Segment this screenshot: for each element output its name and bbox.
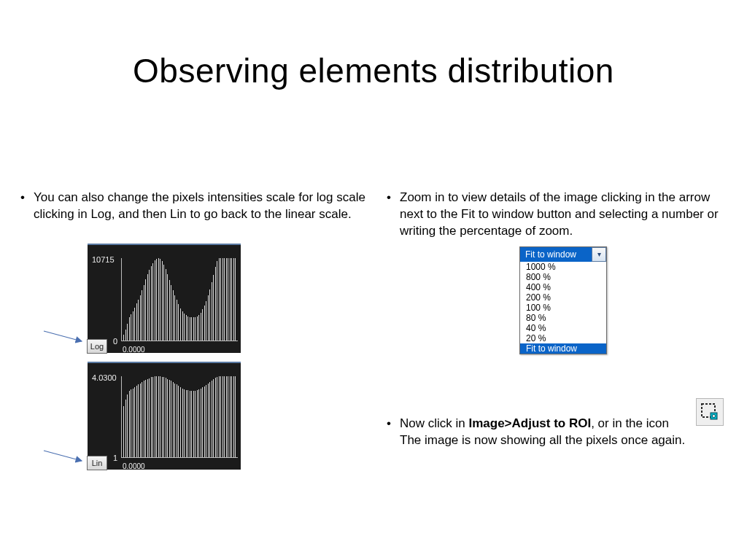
- zoom-option[interactable]: 800 %: [520, 272, 606, 282]
- bottom-bullet-prefix: Now click in: [400, 416, 468, 430]
- histogram-bar: [131, 314, 131, 341]
- histogram-bar: [171, 381, 171, 457]
- hist1-xmin: 0.0000: [123, 346, 145, 354]
- histogram-bar: [123, 406, 124, 457]
- histogram-bar: [177, 300, 177, 341]
- histogram-bar: [144, 381, 144, 457]
- histogram-bar: [129, 317, 130, 341]
- histogram-bar: [178, 304, 179, 341]
- histogram-bar: [140, 384, 141, 457]
- histogram-bar: [123, 335, 124, 341]
- histogram-bar: [217, 377, 217, 457]
- histogram-bar: [215, 378, 216, 457]
- histogram-bar: [220, 258, 221, 341]
- hist1-plot: [121, 258, 238, 341]
- histogram-bar: [206, 385, 206, 457]
- histogram-bar: [182, 311, 183, 341]
- zoom-option[interactable]: 20 %: [520, 333, 606, 343]
- histogram-bar: [177, 384, 177, 457]
- histogram-bar: [213, 379, 214, 457]
- zoom-selected[interactable]: Fit to window: [520, 247, 592, 262]
- adjust-to-roi-icon[interactable]: [696, 398, 724, 426]
- histogram-bar: [156, 259, 157, 341]
- histogram-bar: [166, 269, 166, 341]
- zoom-option-highlighted[interactable]: Fit to window: [520, 343, 606, 354]
- histogram-bar: [217, 261, 217, 341]
- histogram-linear-panel: 10715 0 0.0000 Log: [88, 244, 241, 353]
- histogram-log-panel: 4.0300 1 0.0000 Lin: [88, 362, 241, 470]
- histogram-bar: [144, 285, 144, 341]
- bottom-bullet: Now click in Image>Adjust to ROI, or in …: [387, 416, 737, 449]
- histogram-bar: [202, 309, 203, 341]
- histogram-bar: [138, 384, 139, 457]
- histogram-bar: [134, 308, 135, 341]
- bottom-bullet-bold: Image>Adjust to ROI: [468, 416, 591, 430]
- zoom-option[interactable]: 40 %: [520, 323, 606, 333]
- histogram-bar: [231, 258, 232, 341]
- histogram-bar: [151, 377, 152, 457]
- histogram-bar: [184, 389, 185, 457]
- histogram-bar: [152, 263, 153, 341]
- histogram-bar: [145, 380, 146, 457]
- histogram-bar: [228, 258, 228, 341]
- histogram-bar: [201, 313, 201, 341]
- hist2-xmin: 0.0000: [123, 462, 145, 470]
- histogram-bar: [224, 376, 225, 457]
- histogram-bar: [230, 376, 231, 457]
- zoom-option[interactable]: 80 %: [520, 313, 606, 323]
- histogram-bar: [147, 274, 148, 341]
- svg-point-4: [713, 415, 716, 418]
- histogram-bar: [208, 295, 209, 341]
- arrow-to-log-icon: [42, 330, 86, 344]
- histogram-bar: [169, 380, 170, 457]
- histogram-bar: [198, 389, 199, 457]
- zoom-option[interactable]: 400 %: [520, 282, 606, 292]
- histogram-bar: [202, 387, 203, 457]
- histogram-bar: [208, 384, 209, 457]
- histogram-bar: [136, 386, 137, 457]
- histogram-bar: [213, 275, 214, 341]
- histogram-bar: [173, 290, 174, 341]
- histogram-bar: [193, 317, 194, 341]
- histogram-bar: [195, 391, 196, 457]
- histogram-bar: [167, 379, 168, 457]
- histogram-bar: [215, 267, 216, 341]
- histogram-bar: [186, 315, 187, 341]
- histogram-bar: [204, 306, 205, 341]
- hist1-ymax: 10715: [92, 255, 115, 264]
- slide-title: Observing elements distribution: [0, 51, 747, 90]
- histogram-bar: [166, 378, 166, 457]
- histogram-bar: [206, 301, 206, 341]
- histogram-bar: [191, 317, 192, 341]
- hist2-plot: [121, 376, 238, 458]
- histogram-bar: [160, 259, 160, 341]
- zoom-option[interactable]: 200 %: [520, 292, 606, 303]
- zoom-option[interactable]: 1000 %: [520, 262, 606, 272]
- lin-button[interactable]: Lin: [87, 456, 107, 470]
- histogram-bar: [125, 330, 126, 341]
- chevron-down-icon[interactable]: ▾: [592, 247, 606, 262]
- histogram-bar: [233, 376, 234, 457]
- histogram-bar: [178, 386, 179, 457]
- svg-line-0: [44, 331, 82, 341]
- histogram-bar: [198, 315, 199, 341]
- histogram-bar: [145, 279, 146, 341]
- histogram-bar: [230, 258, 231, 341]
- zoom-combo[interactable]: Fit to window ▾ 1000 %800 %400 %200 %100…: [519, 246, 607, 354]
- zoom-option[interactable]: 100 %: [520, 303, 606, 313]
- histogram-bar: [190, 317, 190, 341]
- histogram-bar: [193, 391, 194, 457]
- histogram-bar: [133, 311, 133, 341]
- svg-line-1: [44, 451, 82, 461]
- right-column: Zoom in to view details of the image cli…: [387, 190, 737, 244]
- histogram-bar: [158, 376, 159, 457]
- histogram-bar: [156, 376, 157, 457]
- log-button[interactable]: Log: [87, 339, 107, 354]
- hist2-ymin: 1: [113, 454, 117, 462]
- histogram-bar: [167, 274, 168, 341]
- histogram-bar: [142, 382, 142, 457]
- zoom-option-list: 1000 %800 %400 %200 %100 %80 %40 %20 %Fi…: [520, 262, 606, 354]
- histogram-bar: [155, 376, 155, 457]
- histogram-bar: [140, 295, 141, 341]
- histogram-bar: [131, 389, 131, 457]
